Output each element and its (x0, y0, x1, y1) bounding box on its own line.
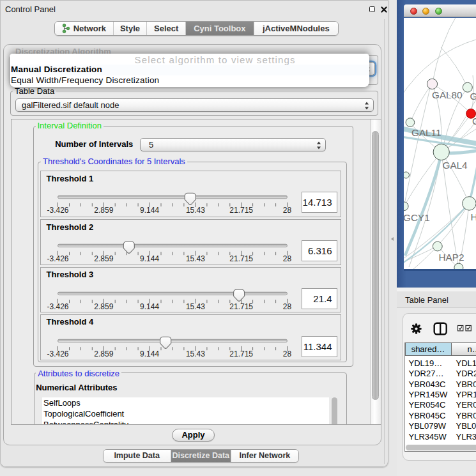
svg-text:2.859: 2.859 (94, 206, 113, 215)
svg-text:9.144: 9.144 (140, 349, 159, 358)
svg-text:9.144: 9.144 (140, 302, 159, 311)
svg-text:28: 28 (282, 349, 291, 358)
svg-text:15.43: 15.43 (185, 302, 204, 311)
svg-text:GAL80: GAL80 (432, 89, 463, 100)
svg-text:21.715: 21.715 (229, 206, 253, 215)
svg-text:HAP2: HAP2 (438, 252, 464, 263)
svg-text:GCY1: GCY1 (404, 212, 430, 223)
svg-text:-3.426: -3.426 (47, 349, 68, 358)
svg-text:GAL11: GAL11 (411, 127, 441, 138)
svg-text:GAL4: GAL4 (442, 160, 468, 171)
svg-text:-3.426: -3.426 (47, 302, 68, 311)
svg-text:28: 28 (282, 254, 291, 263)
svg-text:21.715: 21.715 (229, 349, 253, 358)
svg-text:15.43: 15.43 (185, 206, 204, 215)
svg-text:9.144: 9.144 (140, 206, 159, 215)
svg-text:9.144: 9.144 (140, 254, 159, 263)
svg-text:-3.426: -3.426 (47, 254, 68, 263)
svg-text:28: 28 (282, 302, 291, 311)
svg-text:-3.426: -3.426 (47, 206, 68, 215)
svg-text:15.43: 15.43 (185, 254, 204, 263)
svg-text:GA: GA (470, 91, 476, 102)
svg-text:2.859: 2.859 (94, 302, 113, 311)
svg-text:21.715: 21.715 (229, 302, 253, 311)
svg-text:2.859: 2.859 (94, 349, 113, 358)
svg-text:21.715: 21.715 (229, 254, 253, 263)
svg-text:H: H (470, 211, 476, 222)
svg-text:C: C (472, 116, 476, 127)
svg-text:2.859: 2.859 (94, 254, 113, 263)
svg-text:15.43: 15.43 (185, 349, 204, 358)
svg-text:28: 28 (282, 206, 291, 215)
